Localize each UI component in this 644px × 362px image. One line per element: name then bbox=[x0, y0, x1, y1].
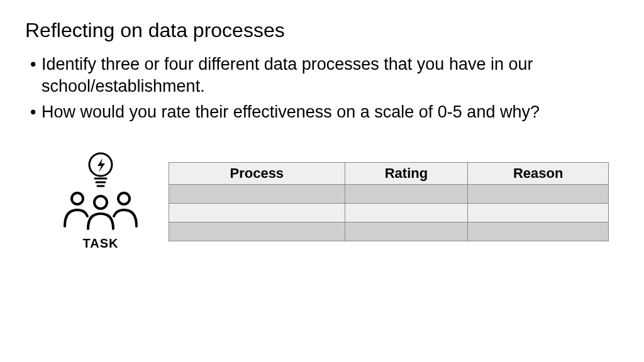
bullet-item: Identify three or four different data pr… bbox=[30, 53, 619, 97]
table-row bbox=[169, 185, 609, 204]
task-graphic: TASK bbox=[50, 147, 151, 251]
bullet-list: Identify three or four different data pr… bbox=[25, 53, 619, 123]
cell-reason bbox=[468, 222, 609, 241]
cell-process bbox=[169, 222, 345, 241]
task-people-idea-icon bbox=[53, 147, 148, 235]
table-row bbox=[169, 222, 609, 241]
cell-reason bbox=[468, 204, 609, 222]
slide-title: Reflecting on data processes bbox=[25, 19, 619, 42]
cell-rating bbox=[345, 204, 468, 222]
task-label: TASK bbox=[83, 236, 119, 251]
col-header-process: Process bbox=[169, 163, 345, 185]
rating-table: Process Rating Reason bbox=[169, 162, 609, 241]
cell-reason bbox=[468, 185, 609, 204]
svg-point-4 bbox=[94, 196, 107, 209]
col-header-reason: Reason bbox=[468, 163, 609, 185]
cell-process bbox=[169, 185, 345, 204]
table-row bbox=[169, 204, 609, 222]
svg-point-5 bbox=[72, 193, 83, 204]
bullet-item: How would you rate their effectiveness o… bbox=[30, 101, 619, 123]
svg-point-6 bbox=[118, 193, 130, 204]
cell-process bbox=[169, 204, 345, 222]
cell-rating bbox=[345, 185, 468, 204]
col-header-rating: Rating bbox=[345, 163, 468, 185]
cell-rating bbox=[345, 222, 468, 241]
